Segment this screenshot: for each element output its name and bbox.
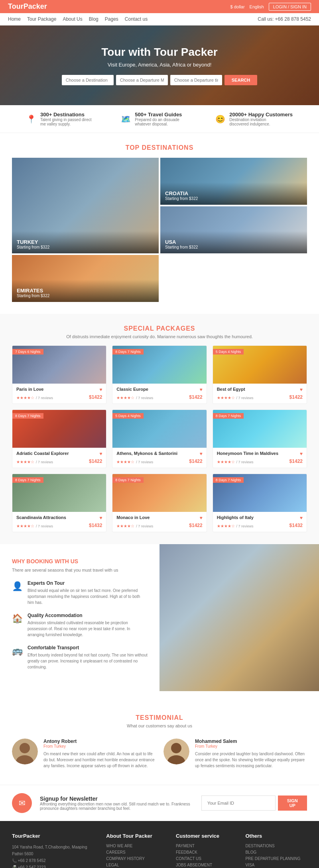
- topbar: TourPacker $ dollar English LOGIN / SIGN…: [0, 0, 319, 13]
- footer-fax: 📠 +66 2 547 2223: [12, 864, 98, 868]
- newsletter-email-input[interactable]: [201, 796, 276, 811]
- pkg-card-monaco[interactable]: 8 Days 7 Nights Monaco in Love ♥ ★★★★☆ /…: [112, 474, 207, 532]
- top-destinations-title: TOP DESTINATIONS: [0, 144, 319, 151]
- why-title: WHY BOOKING WITH US: [12, 558, 148, 564]
- pkg-card-maldives[interactable]: 8 Days 7 Nights Honeymoon Time in Maldiv…: [213, 410, 307, 468]
- pkg-egypt-price: $1422: [289, 394, 303, 400]
- pkg-monaco-badge: 8 Days 7 Nights: [112, 477, 144, 483]
- pkg-card-europe[interactable]: 8 Days 7 Nights Classic Europe ♥ ★★★★☆ /…: [112, 345, 207, 404]
- pkg-adriatic-name: Adriatic Coastal Explorer: [16, 451, 69, 456]
- why-item-accommodation: 🏠 Quality Accommodation Admission stimul…: [12, 613, 148, 638]
- pkg-adriatic-heart[interactable]: ♥: [99, 451, 102, 457]
- newsletter-icon: ✉: [12, 793, 32, 813]
- departure-month-input[interactable]: [116, 75, 168, 85]
- pkg-europe-heart[interactable]: ♥: [200, 387, 203, 392]
- why-image: [160, 544, 319, 691]
- pkg-egypt-badge: 5 Days 4 Nights: [213, 349, 244, 355]
- footer-link-departure[interactable]: PRE DEPARTURE PLANNING: [245, 856, 307, 861]
- accommodation-icon: 🏠: [12, 613, 23, 638]
- pkg-monaco-price: $1422: [189, 523, 202, 528]
- footer-logo: TourPacker: [12, 833, 98, 839]
- footer-link-blog[interactable]: BLOG: [245, 850, 307, 854]
- destination-input[interactable]: [62, 75, 114, 85]
- footer-link-legal[interactable]: LEGAL: [106, 863, 168, 867]
- nav-pages[interactable]: Pages: [105, 16, 118, 22]
- why-section: WHY BOOKING WITH US There are several se…: [0, 544, 319, 691]
- footer-customer-title: Customer service: [176, 833, 238, 839]
- pkg-card-italy[interactable]: 8 Days 7 Nights Highlights of Italy ♥ ★★…: [213, 474, 307, 532]
- top-destinations-section: TOP DESTINATIONS TURKEY Starting from $3…: [0, 133, 319, 314]
- pkg-athens-heart[interactable]: ♥: [200, 451, 203, 457]
- nav-about[interactable]: About Us: [63, 16, 82, 22]
- dest-turkey-name: TURKEY: [17, 239, 154, 245]
- pkg-card-athens[interactable]: 5 Days 4 Nights Athens, Mykonos & Santor…: [112, 410, 207, 468]
- nav-contact[interactable]: Contact us: [125, 16, 148, 22]
- location-icon: 📍: [26, 114, 36, 124]
- pkg-paris-stars: ★★★★☆: [16, 396, 34, 400]
- footer-grid: TourPacker 104 Yaraha Road, T.Chaibongbo…: [12, 833, 307, 868]
- pkg-paris-badge: 7 Days 6 Nights: [12, 349, 43, 355]
- newsletter-form: SIGN UP: [201, 796, 307, 811]
- pkg-scandinavia-heart[interactable]: ♥: [99, 515, 102, 521]
- footer-link-who[interactable]: WHO WE ARE: [106, 844, 168, 848]
- pkg-maldives-heart[interactable]: ♥: [300, 451, 303, 457]
- pkg-italy-stars: ★★★★☆: [217, 524, 235, 528]
- footer-link-history[interactable]: COMPANY HISTORY: [106, 856, 168, 861]
- pkg-card-paris[interactable]: 7 Days 6 Nights Paris in Love ♥ ★★★★☆ / …: [12, 345, 106, 404]
- pkg-adriatic-stars: ★★★★☆: [16, 460, 34, 464]
- pkg-maldives-price: $1422: [289, 458, 303, 464]
- testimonial-antony-text: On meant new their sex could after child…: [43, 751, 156, 769]
- why-transport-title: Comfortable Transport: [28, 645, 148, 651]
- dest-card-turkey[interactable]: TURKEY Starting from $322: [12, 158, 159, 253]
- nav-tour-package[interactable]: Tour Package: [27, 16, 56, 22]
- dest-card-croatia[interactable]: CROATIA Starting from $322: [160, 158, 307, 205]
- pkg-card-adriatic[interactable]: 8 Days 7 Nights Adriatic Coastal Explore…: [12, 410, 106, 468]
- pkg-italy-heart[interactable]: ♥: [300, 515, 303, 521]
- footer-link-feedback[interactable]: FEEDBACK: [176, 850, 238, 854]
- svg-point-1: [20, 743, 30, 753]
- footer-link-payment[interactable]: PAYMENT: [176, 844, 238, 848]
- pkg-athens-badge: 5 Days 4 Nights: [112, 413, 144, 419]
- dest-card-usa[interactable]: USA Starting from $322: [160, 206, 307, 253]
- search-button[interactable]: SEARCH: [224, 75, 257, 85]
- map-icon: 🗺️: [121, 114, 131, 124]
- nav-links: Home Tour Package About Us Blog Pages Co…: [8, 16, 148, 22]
- currency-selector[interactable]: $ dollar: [230, 4, 244, 9]
- login-button[interactable]: LOGIN / SIGN IN: [269, 3, 311, 11]
- smile-icon: 😊: [215, 114, 225, 124]
- departure-time-input[interactable]: [170, 75, 222, 85]
- footer-customer-links: PAYMENT FEEDBACK CONTACT US JOBS ABSEOME…: [176, 844, 238, 868]
- language-selector[interactable]: English: [250, 4, 264, 9]
- pkg-italy-name: Highlights of Italy: [217, 515, 254, 520]
- pkg-egypt-heart[interactable]: ♥: [300, 387, 303, 392]
- dest-croatia-name: CROATIA: [165, 190, 302, 196]
- stat-item-guides: 🗺️ 500+ Travel Guides Prepared do an dis…: [121, 112, 187, 126]
- pkg-maldives-badge: 8 Days 7 Nights: [213, 413, 244, 419]
- footer-link-contact[interactable]: CONTACT US: [176, 856, 238, 861]
- pkg-monaco-heart[interactable]: ♥: [200, 515, 203, 521]
- footer-link-destinations[interactable]: DESTINATIONS: [245, 844, 307, 848]
- newsletter-submit-button[interactable]: SIGN UP: [278, 796, 307, 811]
- footer-link-visa[interactable]: VISA: [245, 863, 307, 867]
- pkg-card-egypt[interactable]: 5 Days 4 Nights Best of Egypt ♥ ★★★★☆ / …: [213, 345, 307, 404]
- pkg-monaco-reviews: / 7 reviews: [136, 524, 153, 528]
- pkg-card-scandinavia[interactable]: 8 Days 7 Nights Scandinavia Attractions …: [12, 474, 106, 532]
- pkg-monaco-name: Monaco in Love: [116, 515, 150, 520]
- pkg-egypt-reviews: / 7 reviews: [236, 396, 254, 400]
- footer-link-jobs[interactable]: JOBS ABSEOMENT: [176, 863, 238, 867]
- footer-link-careers[interactable]: CAREERS: [106, 850, 168, 854]
- pkg-adriatic-badge: 8 Days 7 Nights: [12, 413, 43, 419]
- pkg-europe-price: $1422: [189, 394, 202, 400]
- pkg-adriatic-reviews: / 7 reviews: [36, 460, 53, 464]
- stat-guides-num: 500+ Travel Guides: [135, 112, 187, 118]
- main-nav: Home Tour Package About Us Blog Pages Co…: [0, 13, 319, 25]
- nav-home[interactable]: Home: [8, 16, 21, 22]
- newsletter-title: Signup for Newsletter: [40, 796, 193, 802]
- pkg-scandinavia-reviews: / 7 reviews: [36, 524, 53, 528]
- nav-blog[interactable]: Blog: [89, 16, 98, 22]
- testimonial-title: TESTIMONIAL: [12, 714, 307, 721]
- hero-subtitle: Visit Europe, America, Asia, Africa or b…: [108, 62, 212, 68]
- dest-card-emirates[interactable]: EMIRATES Starting from $322: [12, 255, 159, 302]
- pkg-paris-heart[interactable]: ♥: [99, 387, 102, 392]
- footer: TourPacker 104 Yaraha Road, T.Chaibongbo…: [0, 821, 319, 868]
